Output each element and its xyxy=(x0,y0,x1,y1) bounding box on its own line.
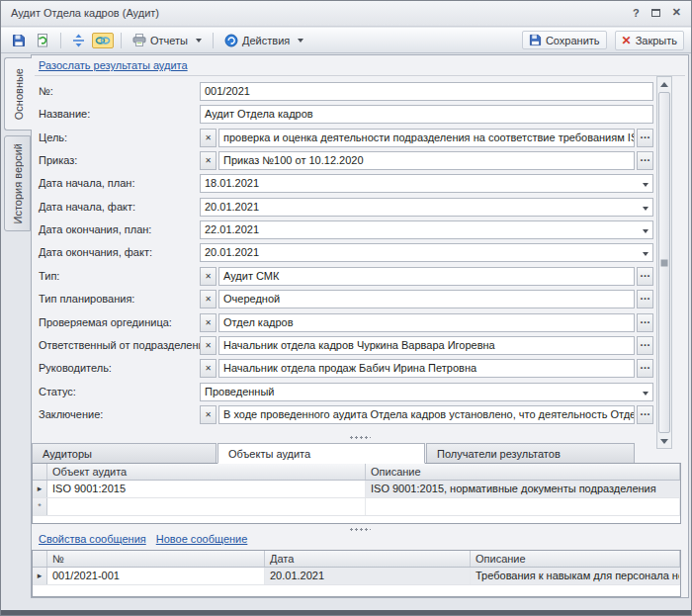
table-cell[interactable] xyxy=(47,498,366,515)
lookup-input[interactable]: Начальник отдела продаж Бабич Ирина Петр… xyxy=(218,359,635,378)
close-window-icon[interactable]: ✕ xyxy=(672,6,681,19)
dropdown-arrow-icon[interactable] xyxy=(643,207,649,211)
lookup-input[interactable]: Начальник отдела кадров Чуркина Варвара … xyxy=(218,336,635,355)
field-row: Заключение:✕В ходе проведенного аудита О… xyxy=(32,405,688,425)
side-tab-version-history[interactable]: История версий xyxy=(4,135,31,231)
table-cell[interactable]: ISO 9001:2015, нормативные документы под… xyxy=(366,481,680,497)
message-properties-link[interactable]: Свойства сообщения xyxy=(39,533,146,545)
clear-field-icon[interactable]: ✕ xyxy=(200,151,216,170)
tab-auditors[interactable]: Аудиторы xyxy=(32,443,216,464)
broadcast-results-link[interactable]: Разослать результаты аудита xyxy=(39,59,188,71)
splitter-handle[interactable] xyxy=(349,435,371,440)
date-input[interactable]: 20.01.2021 xyxy=(200,198,653,217)
new-row-indicator-icon: * xyxy=(33,498,47,515)
field-control: ✕Начальник отдела продаж Бабич Ирина Пет… xyxy=(200,359,653,378)
lookup-input[interactable]: Отдел кадров xyxy=(218,313,635,332)
vertical-scrollbar[interactable] xyxy=(656,76,672,449)
grid-header: Объект аудитаОписание xyxy=(33,464,680,481)
save-icon xyxy=(12,34,26,47)
text-input[interactable]: 001/2021 xyxy=(200,82,653,101)
table-row[interactable]: * xyxy=(33,498,680,516)
refresh-document-icon xyxy=(37,34,49,47)
hyperlink-toggle-button[interactable] xyxy=(92,33,114,48)
field-row: Дата начала, план:18.01.2021 xyxy=(32,174,688,194)
maximize-icon[interactable] xyxy=(651,9,660,17)
lookup-ellipsis-icon[interactable]: … xyxy=(637,290,653,308)
scroll-down-icon[interactable] xyxy=(657,434,671,448)
clear-field-icon[interactable]: ✕ xyxy=(200,267,216,286)
close-button[interactable]: ✕ Закрыть xyxy=(615,31,684,50)
help-icon[interactable]: ? xyxy=(633,7,640,19)
actions-menu-button[interactable]: Действия xyxy=(220,32,307,49)
reports-label: Отчеты xyxy=(150,35,188,46)
clear-field-icon[interactable]: ✕ xyxy=(200,359,216,378)
lookup-ellipsis-icon[interactable]: … xyxy=(637,129,653,147)
date-input[interactable]: 22.01.2021 xyxy=(200,220,653,239)
combo-input[interactable]: Проведенный xyxy=(200,383,653,401)
field-control: Аудит Отдела кадров xyxy=(200,105,653,124)
column-header[interactable]: Дата xyxy=(265,551,471,567)
field-label: Заключение: xyxy=(39,408,103,420)
splitter-handle[interactable] xyxy=(349,527,371,532)
lookup-input[interactable]: Приказ №100 от 10.12.2020 xyxy=(218,151,635,170)
text-input[interactable]: Аудит Отдела кадров xyxy=(200,105,653,124)
dropdown-arrow-icon[interactable] xyxy=(643,183,649,187)
column-header[interactable]: Объект аудита xyxy=(47,464,366,480)
scroll-up-icon[interactable] xyxy=(657,77,671,91)
dropdown-arrow-icon xyxy=(298,39,303,43)
clear-field-icon[interactable]: ✕ xyxy=(200,129,216,147)
date-input[interactable]: 18.01.2021 xyxy=(200,174,653,193)
dropdown-arrow-icon[interactable] xyxy=(643,229,649,233)
field-control: 18.01.2021 xyxy=(200,174,653,193)
table-row[interactable]: ▸ISO 9001:2015ISO 9001:2015, нормативные… xyxy=(33,481,680,498)
tab-result-recipients[interactable]: Получатели результатов xyxy=(426,443,635,464)
lookup-input[interactable]: Очередной xyxy=(218,290,635,308)
field-control: ✕проверка и оценка деятельности подразде… xyxy=(200,129,653,147)
scrollbar-thumb[interactable] xyxy=(658,92,670,433)
lookup-input[interactable]: В ходе проведенного аудита Отдела кадров… xyxy=(218,405,635,424)
field-control: ✕Аудит СМК… xyxy=(200,267,653,286)
field-label: Приказ: xyxy=(39,154,77,166)
table-cell[interactable]: ISO 9001:2015 xyxy=(47,481,366,497)
field-row: Название:Аудит Отдела кадров xyxy=(32,105,688,125)
new-message-link[interactable]: Новое сообщение xyxy=(156,533,248,545)
table-row[interactable]: ▸001/2021-00120.01.2021Требования к навы… xyxy=(33,568,680,585)
close-x-icon: ✕ xyxy=(622,34,632,47)
save-button[interactable] xyxy=(8,32,30,49)
lookup-ellipsis-icon[interactable]: … xyxy=(637,151,653,170)
table-cell[interactable]: 20.01.2021 xyxy=(265,568,471,584)
field-row: Проверяемая оргединица:✕Отдел кадров… xyxy=(32,313,688,333)
tab-audit-objects[interactable]: Объекты аудита xyxy=(217,443,425,464)
column-header[interactable]: Описание xyxy=(471,551,680,567)
table-cell[interactable]: 001/2021-001 xyxy=(47,568,265,584)
field-label: Тип: xyxy=(39,270,59,282)
save-and-stay-button[interactable]: Сохранить xyxy=(522,31,607,49)
tab-label: Аудиторы xyxy=(43,448,92,460)
lookup-input[interactable]: Аудит СМК xyxy=(218,267,635,286)
dropdown-arrow-icon[interactable] xyxy=(643,392,649,396)
clear-field-icon[interactable]: ✕ xyxy=(200,290,216,308)
side-tab-main[interactable]: Основные xyxy=(4,57,32,131)
table-cell[interactable] xyxy=(366,498,680,515)
table-cell[interactable]: Требования к навыкам для персонала не о.… xyxy=(471,568,680,584)
lookup-ellipsis-icon[interactable]: … xyxy=(637,359,653,378)
refresh-document-button[interactable] xyxy=(33,32,53,49)
column-header[interactable]: № xyxy=(47,551,265,567)
field-control: ✕Отдел кадров… xyxy=(200,313,653,332)
dropdown-arrow-icon[interactable] xyxy=(643,252,649,256)
field-control: Проведенный xyxy=(200,383,653,401)
split-view-button[interactable] xyxy=(68,32,89,49)
field-row: Приказ:✕Приказ №100 от 10.12.2020… xyxy=(32,151,688,171)
date-input[interactable]: 20.01.2021 xyxy=(200,243,653,262)
lookup-ellipsis-icon[interactable]: … xyxy=(637,267,653,286)
column-header[interactable]: Описание xyxy=(366,464,680,480)
clear-field-icon[interactable]: ✕ xyxy=(200,405,216,424)
lookup-ellipsis-icon[interactable]: … xyxy=(637,405,653,424)
clear-field-icon[interactable]: ✕ xyxy=(200,336,216,355)
lookup-ellipsis-icon[interactable]: … xyxy=(637,313,653,332)
lookup-ellipsis-icon[interactable]: … xyxy=(637,336,653,355)
lookup-input[interactable]: проверка и оценка деятельности подраздел… xyxy=(218,129,635,147)
reports-menu-button[interactable]: Отчеты xyxy=(129,32,206,48)
clear-field-icon[interactable]: ✕ xyxy=(200,313,216,332)
split-view-icon xyxy=(72,34,85,47)
